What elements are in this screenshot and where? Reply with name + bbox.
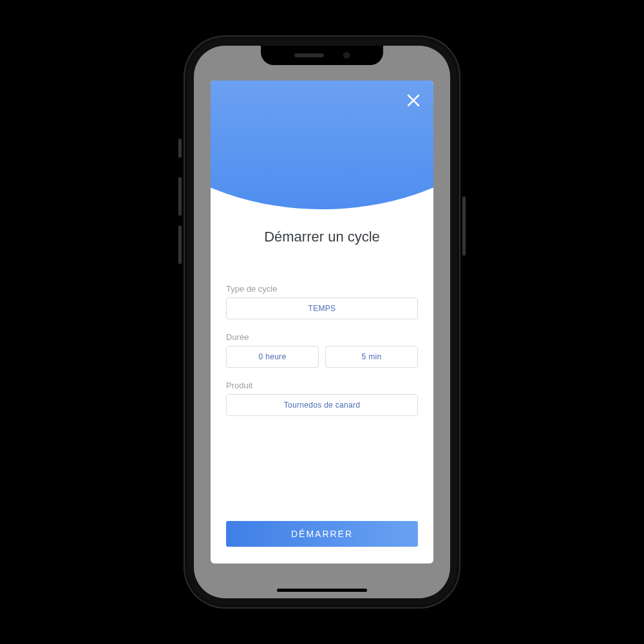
notch: [261, 46, 383, 65]
duration-group: Durée 0 heure 5 min: [226, 332, 418, 368]
duration-label: Durée: [226, 332, 418, 342]
home-indicator: [277, 589, 367, 592]
start-cycle-modal: Démarrer un cycle Type de cycle TEMPS Du…: [211, 80, 433, 564]
duration-hours-value: 0 heure: [259, 352, 287, 361]
duration-hours-select[interactable]: 0 heure: [226, 346, 319, 368]
modal-title: Démarrer un cycle: [226, 229, 418, 245]
product-value: Tournedos de canard: [284, 401, 360, 410]
mute-switch: [178, 138, 182, 158]
modal-content: Démarrer un cycle Type de cycle TEMPS Du…: [211, 209, 433, 521]
cycle-type-label: Type de cycle: [226, 284, 418, 294]
modal-header: [211, 80, 433, 209]
phone-frame: Démarrer un cycle Type de cycle TEMPS Du…: [184, 35, 460, 609]
close-button[interactable]: [402, 90, 424, 111]
front-camera: [343, 52, 350, 59]
speaker-grill: [294, 53, 324, 57]
power-button: [462, 196, 466, 256]
modal-footer: DÉMARRER: [211, 521, 433, 564]
duration-minutes-select[interactable]: 5 min: [325, 346, 418, 368]
volume-down-button: [178, 225, 182, 264]
phone-screen: Démarrer un cycle Type de cycle TEMPS Du…: [194, 46, 450, 598]
start-button-label: DÉMARRER: [291, 529, 353, 539]
cycle-type-select[interactable]: TEMPS: [226, 298, 418, 319]
phone-bezel: Démarrer un cycle Type de cycle TEMPS Du…: [187, 39, 457, 605]
header-gradient-arc: [211, 80, 433, 209]
product-select[interactable]: Tournedos de canard: [226, 394, 418, 416]
cycle-type-value: TEMPS: [308, 304, 336, 313]
product-group: Produit Tournedos de canard: [226, 381, 418, 416]
product-label: Produit: [226, 381, 418, 390]
duration-minutes-value: 5 min: [362, 352, 382, 361]
cycle-type-group: Type de cycle TEMPS: [226, 284, 418, 319]
start-button[interactable]: DÉMARRER: [226, 521, 418, 547]
volume-up-button: [178, 177, 182, 216]
close-icon: [405, 92, 422, 109]
